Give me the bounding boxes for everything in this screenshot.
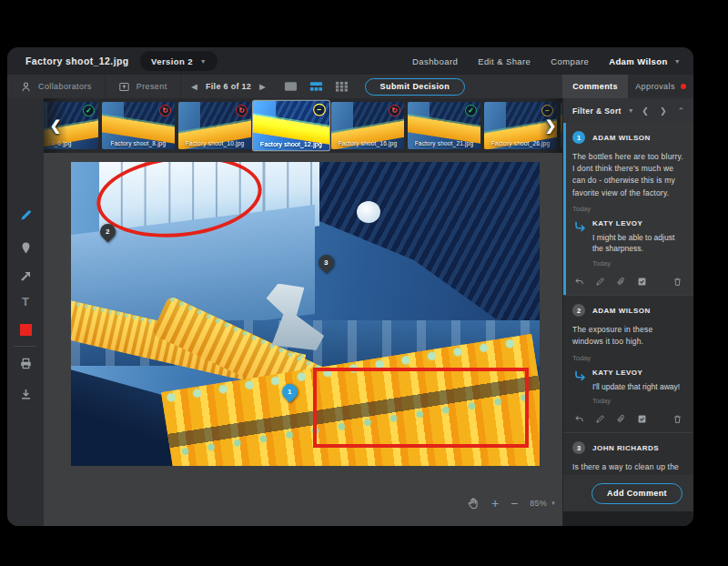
comment-timestamp: Today — [572, 205, 684, 213]
collaborators-label: Collaborators — [38, 82, 92, 91]
comment-number-badge: 1 — [572, 131, 585, 144]
comment-reply: KATY LEVOY I'll update that right away! … — [574, 369, 684, 406]
notification-dot — [681, 84, 686, 89]
text-tool-button[interactable]: T — [7, 295, 44, 308]
version-selector[interactable]: Version 2 ▼ — [140, 51, 217, 71]
file-position-label: File 6 of 12 — [206, 82, 251, 91]
comments-list: 1 ADAM WILSON The bottles here are too b… — [563, 123, 693, 475]
task-check-icon[interactable] — [637, 277, 647, 287]
comment-marker-3[interactable]: 3 — [315, 251, 337, 273]
chevron-down-icon: ▾ — [551, 500, 555, 507]
nav-edit-share[interactable]: Edit & Share — [478, 56, 531, 66]
comment-actions — [572, 273, 684, 288]
printer-icon — [19, 357, 33, 370]
pencil-tool-button[interactable] — [7, 208, 44, 222]
filter-bar: Filter & Sort ▼ ❮ ❯ ⌃ — [563, 98, 693, 123]
zoom-level-selector[interactable]: 85% ▾ — [530, 499, 555, 508]
panel-tabs: Comments Approvals — [562, 75, 693, 98]
present-button[interactable]: Present — [106, 75, 181, 98]
person-icon — [20, 81, 32, 93]
task-check-icon[interactable] — [637, 414, 647, 424]
comment-thread[interactable]: 2 ADAM WILSON The exposure in these wind… — [563, 296, 693, 433]
divider — [15, 346, 36, 347]
comment-reply: KATY LEVOY I might be able to adjust the… — [574, 219, 684, 268]
attachment-icon[interactable] — [616, 414, 626, 424]
zoom-out-button[interactable]: − — [511, 497, 518, 510]
reply-icon[interactable] — [574, 277, 584, 287]
comment-author: JOHN RICHARDS — [592, 444, 659, 452]
user-menu[interactable]: Adam Wilson ▼ — [609, 56, 681, 66]
status-pending-icon: − — [313, 104, 326, 116]
status-changes-icon: ↻ — [159, 105, 171, 116]
filmstrip-thumbnail[interactable]: ↻ Factory shoot_8.jpg — [102, 102, 175, 149]
filter-sort-dropdown[interactable]: Filter & Sort — [572, 106, 622, 116]
chevron-down-icon: ▼ — [674, 58, 681, 65]
tab-comments[interactable]: Comments — [562, 75, 628, 98]
reply-body: I might be able to adjust the sharpness. — [592, 232, 684, 256]
filmstrip-thumbnail-selected[interactable]: − Factory shoot_12.jpg — [253, 101, 329, 151]
panel-bottom-spacer — [563, 511, 693, 526]
zoom-level-value: 85% — [530, 499, 547, 508]
download-icon — [19, 388, 33, 401]
rectangle-tool-icon — [20, 324, 32, 336]
title-bar: Factory shoot_12.jpg Version 2 ▼ Dashboa… — [7, 47, 693, 75]
delete-icon[interactable] — [672, 414, 682, 424]
toolbar: Collaborators Present ◀ File 6 of 12 ▶ S… — [7, 75, 693, 98]
download-button[interactable] — [7, 388, 44, 401]
zoom-in-button[interactable]: + — [491, 497, 499, 510]
collapse-panel-button[interactable]: ⌃ — [677, 106, 684, 116]
present-icon — [118, 81, 130, 93]
arrow-icon — [19, 269, 33, 283]
arrow-tool-button[interactable] — [7, 269, 44, 283]
reply-author: KATY LEVOY — [592, 219, 684, 227]
attachment-icon[interactable] — [616, 277, 626, 287]
filmstrip-next-button[interactable]: ❯ — [539, 98, 562, 153]
filmstrip-prev-button[interactable]: ❮ — [44, 98, 67, 153]
nav-compare[interactable]: Compare — [551, 56, 589, 66]
filmstrip-thumbnail[interactable]: ↻ Factory shoot_10.jpg — [178, 102, 251, 149]
view-mode-switcher — [277, 75, 356, 98]
filmstrip-thumbnail[interactable]: ✓ Factory shoot_21.jpg — [408, 102, 480, 149]
text-tool-icon: T — [22, 295, 29, 308]
tab-approvals[interactable]: Approvals — [628, 75, 693, 98]
filmstrip: ✓ t_6.jpg ↻ Factory shoot_8.jpg ↻ Factor… — [44, 98, 562, 153]
comment-body: The exposure in these windows it too hig… — [572, 324, 684, 348]
current-file-name: Factory shoot_12.jpg — [25, 56, 129, 66]
filmstrip-thumbnail[interactable]: ↻ Factory shoot_16.jpg — [331, 102, 404, 149]
reply-timestamp: Today — [592, 259, 684, 268]
panel-footer: Add Comment — [563, 475, 693, 511]
edit-icon[interactable] — [595, 277, 605, 287]
next-comment-button[interactable]: ❯ — [660, 106, 667, 116]
reply-body: I'll update that right away! — [592, 381, 680, 393]
reply-arrow-icon — [574, 220, 586, 232]
tool-rail: T — [7, 98, 44, 526]
reply-icon[interactable] — [574, 414, 584, 424]
single-view-icon[interactable] — [284, 81, 298, 92]
review-canvas[interactable]: 2 3 1 + − 85% ▾ — [44, 153, 562, 526]
nav-dashboard[interactable]: Dashboard — [412, 56, 458, 66]
print-button[interactable] — [7, 357, 44, 370]
factory-photo[interactable]: 2 3 1 — [71, 162, 540, 466]
rectangle-tool-button[interactable] — [7, 324, 44, 336]
grid-view-icon[interactable] — [335, 81, 349, 92]
pan-hand-icon[interactable] — [467, 497, 480, 510]
reply-author: KATY LEVOY — [592, 369, 680, 377]
prev-file-button[interactable]: ◀ — [192, 83, 197, 91]
edit-icon[interactable] — [595, 414, 605, 424]
comment-thread[interactable]: 1 ADAM WILSON The bottles here are too b… — [563, 123, 693, 296]
next-file-button[interactable]: ▶ — [259, 83, 265, 91]
collaborators-button[interactable]: Collaborators — [7, 75, 106, 98]
comments-panel: Filter & Sort ▼ ❮ ❯ ⌃ 1 ADAM WILSON The … — [562, 98, 693, 526]
prev-comment-button[interactable]: ❮ — [642, 106, 649, 116]
delete-icon[interactable] — [672, 277, 682, 287]
add-comment-button[interactable]: Add Comment — [592, 483, 682, 504]
filmstrip-view-icon[interactable] — [309, 81, 323, 92]
comment-number-badge: 2 — [572, 304, 585, 317]
comment-number-badge: 3 — [572, 441, 585, 454]
annotation-rectangle[interactable] — [313, 368, 529, 448]
comment-body: Is there a way to clean up the backgroun… — [572, 461, 684, 475]
submit-decision-button[interactable]: Submit Decision — [365, 78, 466, 96]
pin-tool-button[interactable] — [7, 241, 44, 255]
zoom-controls: + − 85% ▾ — [467, 497, 555, 510]
comment-thread[interactable]: 3 JOHN RICHARDS Is there a way to clean … — [563, 433, 693, 475]
